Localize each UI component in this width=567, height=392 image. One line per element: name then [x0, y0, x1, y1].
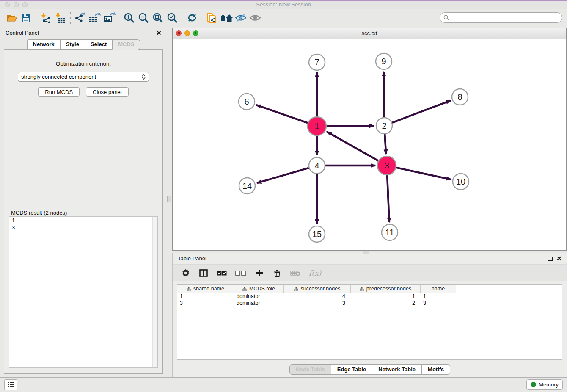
hide-graphics-details-icon[interactable] — [234, 11, 248, 25]
column-label: shared name — [193, 286, 224, 292]
node-2[interactable]: 2 — [376, 118, 392, 134]
table-row[interactable]: 1dominator411 — [177, 293, 562, 300]
memory-status-icon — [531, 382, 536, 387]
network-minimize-icon[interactable]: − — [184, 30, 190, 36]
toolbar-separator — [70, 12, 71, 24]
tab-network[interactable]: Network — [27, 39, 61, 50]
control-panel-title: Control Panel — [6, 30, 39, 36]
horizontal-splitter-grip[interactable] — [363, 251, 369, 254]
export-network-icon[interactable] — [73, 11, 88, 25]
hierarchy-icon — [187, 287, 191, 291]
node-9[interactable]: 9 — [376, 53, 392, 69]
table-settings-icon[interactable] — [181, 268, 190, 279]
vertical-splitter-grip[interactable] — [167, 196, 171, 202]
node-14[interactable]: 14 — [239, 178, 255, 194]
float-table-panel-icon[interactable] — [548, 257, 553, 261]
node-15[interactable]: 15 — [309, 226, 325, 242]
edge-1-2[interactable] — [327, 126, 374, 126]
column-header-shared-name[interactable]: shared name — [177, 285, 234, 293]
edge-2-3[interactable] — [385, 134, 386, 154]
import-table-icon[interactable] — [53, 11, 68, 25]
column-header-predecessor-nodes[interactable]: predecessor nodes — [351, 285, 421, 293]
select-all-checkboxes-icon[interactable] — [217, 268, 227, 279]
column-header-name[interactable]: name — [421, 285, 456, 293]
save-session-icon[interactable] — [19, 11, 33, 25]
node-label: 4 — [314, 161, 319, 170]
delete-table-icon — [290, 268, 300, 279]
delete-column-icon[interactable] — [272, 268, 282, 279]
show-graphics-details-icon[interactable] — [248, 11, 262, 25]
node-1[interactable]: 1 — [308, 117, 326, 135]
split-columns-icon[interactable] — [199, 268, 208, 279]
tab-node-table[interactable]: Node Table — [289, 364, 331, 375]
node-8[interactable]: 8 — [452, 89, 468, 105]
add-column-icon[interactable] — [255, 268, 264, 279]
refresh-view-icon[interactable] — [185, 11, 199, 25]
result-scrollbar[interactable] — [152, 217, 157, 367]
edge-3-11[interactable] — [387, 175, 389, 222]
hierarchy-icon — [242, 287, 247, 291]
tab-edge-table[interactable]: Edge Table — [331, 364, 372, 375]
search-field[interactable] — [440, 12, 562, 23]
duplicate-network-icon[interactable] — [205, 11, 219, 25]
optimization-criterion-select[interactable]: strongly connected component — [18, 72, 149, 82]
node-label: 8 — [457, 92, 462, 102]
table-cell: 3 — [177, 300, 234, 306]
zoom-in-icon[interactable] — [122, 11, 136, 25]
column-label: name — [432, 286, 445, 292]
open-session-icon[interactable] — [5, 11, 19, 25]
zoom-selected-icon[interactable] — [165, 11, 179, 25]
close-panel-button[interactable]: Close panel — [86, 87, 129, 97]
memory-button[interactable]: Memory — [526, 379, 563, 390]
tab-motifs[interactable]: Motifs — [421, 364, 450, 375]
deselect-all-checkboxes-icon[interactable] — [235, 268, 246, 279]
close-table-panel-icon[interactable] — [557, 256, 561, 261]
task-history-button[interactable] — [4, 379, 17, 390]
network-window-titlebar: ✕ − + scc.txt — [173, 28, 566, 39]
search-input[interactable] — [451, 14, 559, 21]
edge-1-6[interactable] — [256, 105, 308, 123]
zoom-fit-icon[interactable] — [151, 11, 165, 25]
node-11[interactable]: 11 — [382, 224, 398, 240]
network-close-icon[interactable]: ✕ — [176, 30, 182, 36]
node-4[interactable]: 4 — [309, 157, 325, 174]
table-cell: dominator — [234, 300, 284, 306]
fx-label: f(x) — [309, 269, 321, 277]
network-window: ✕ − + scc.txt 7968124314101511 — [172, 28, 567, 251]
tab-select[interactable]: Select — [85, 39, 113, 50]
zoom-out-icon[interactable] — [136, 11, 151, 25]
close-panel-icon[interactable] — [157, 30, 161, 35]
column-label: MCDS role — [249, 286, 275, 292]
edge-2-8[interactable] — [392, 101, 451, 123]
mcds-result-list[interactable]: 13 — [9, 216, 158, 368]
column-header-successor-nodes[interactable]: successor nodes — [284, 285, 351, 293]
edge-2-9[interactable] — [384, 72, 384, 117]
table-panel-header: Table Panel — [173, 253, 567, 264]
float-panel-icon[interactable] — [148, 31, 152, 35]
edge-4-14[interactable] — [257, 168, 309, 183]
node-10[interactable]: 10 — [453, 174, 469, 190]
home-layout-icon[interactable] — [219, 11, 234, 25]
table-body: 1dominator4113dominator323 — [177, 293, 562, 306]
tab-network-table[interactable]: Network Table — [372, 364, 422, 375]
import-network-icon[interactable] — [39, 11, 53, 25]
column-header-mcds-role[interactable]: MCDS role — [234, 285, 284, 293]
node-6[interactable]: 6 — [239, 94, 255, 110]
run-mcds-button[interactable]: Run MCDS — [38, 87, 80, 97]
table-cell: 4 — [284, 293, 351, 300]
table-row[interactable]: 3dominator323 — [177, 300, 562, 306]
node-7[interactable]: 7 — [309, 54, 325, 70]
network-canvas[interactable]: 7968124314101511 — [173, 39, 566, 250]
tab-style[interactable]: Style — [60, 39, 85, 50]
vertical-splitter — [166, 26, 172, 377]
edge-3-1[interactable] — [327, 132, 378, 160]
network-zoom-icon[interactable]: + — [193, 30, 198, 36]
horizontal-splitter — [172, 251, 567, 253]
hierarchy-icon — [360, 287, 364, 291]
export-image-icon[interactable] — [102, 11, 116, 25]
edge-3-10[interactable] — [396, 168, 451, 179]
tab-mcds[interactable]: MCDS — [112, 39, 140, 50]
export-table-icon[interactable] — [88, 11, 102, 25]
titlebar: Session: New Session — [0, 0, 567, 9]
node-3[interactable]: 3 — [377, 156, 396, 175]
